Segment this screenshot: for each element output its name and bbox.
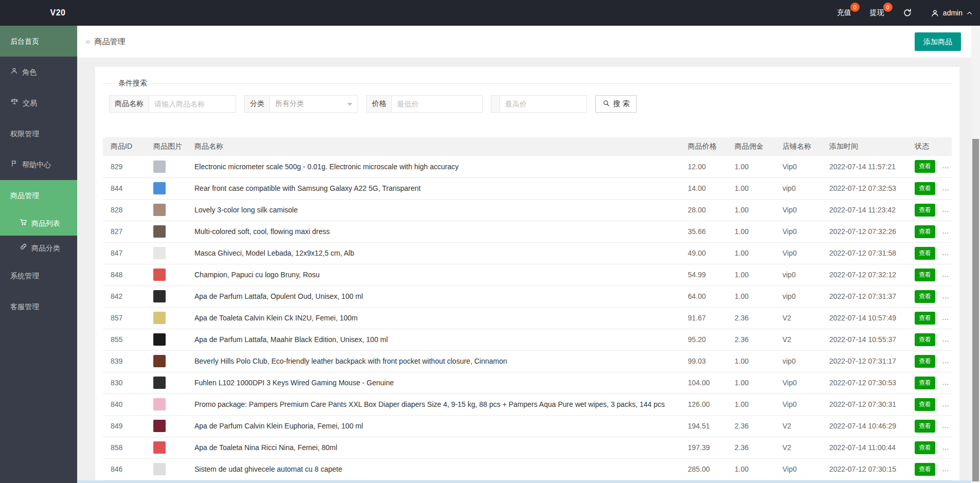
product-price-cell: 91.67 [680, 307, 727, 329]
price-label: 价格 [366, 95, 391, 113]
view-button[interactable]: 查看 [915, 441, 935, 454]
category-label: 分类 [244, 95, 270, 113]
withdraw-badge: 0 [883, 3, 893, 12]
vertical-scrollbar [971, 26, 980, 483]
store-name-cell: vip0 [775, 350, 822, 372]
status-cell: 查看 删除 [907, 156, 952, 177]
max-price-input[interactable] [500, 95, 587, 113]
delete-button[interactable]: 删除 [942, 312, 952, 325]
sidebar-item-roles[interactable]: 角色 [0, 57, 77, 87]
view-button[interactable]: 查看 [915, 247, 935, 260]
delete-button[interactable]: 删除 [942, 355, 952, 368]
refresh-button[interactable] [894, 0, 921, 26]
search-button[interactable]: 搜 索 [595, 95, 637, 113]
delete-button[interactable]: 删除 [942, 420, 952, 433]
product-image [153, 225, 166, 238]
product-name-cell: Beverly Hills Polo Club, Eco-friendly le… [187, 350, 680, 372]
column-header: 商品ID [103, 137, 146, 156]
delete-button[interactable]: 删除 [942, 398, 952, 411]
store-name-cell: Vip0 [775, 199, 822, 221]
sidebar-item-system[interactable]: 系统管理 [0, 260, 77, 291]
product-commission-cell: 1.00 [727, 372, 775, 393]
delete-button[interactable]: 删除 [942, 160, 952, 173]
user-icon [931, 9, 939, 17]
view-button[interactable]: 查看 [915, 290, 935, 303]
table-row: 857 Apa de Toaleta Calvin Klein Ck IN2U,… [103, 307, 952, 329]
recharge-button[interactable]: 充值 0 [828, 0, 861, 26]
sidebar-item-label: 商品管理 [10, 180, 39, 211]
sidebar-item-label: 权限管理 [10, 118, 39, 149]
view-button[interactable]: 查看 [915, 225, 935, 238]
status-cell: 查看 删除 [907, 350, 952, 372]
product-image [153, 355, 166, 367]
view-button[interactable]: 查看 [915, 160, 935, 173]
sidebar-item-support[interactable]: 客服管理 [0, 291, 77, 322]
store-name-cell: Vip0 [775, 221, 822, 242]
sidebar-item-help[interactable]: 帮助中心 [0, 149, 77, 180]
product-image-cell [146, 307, 187, 329]
product-price-cell: 126.00 [680, 393, 727, 415]
delete-button[interactable]: 删除 [942, 247, 952, 260]
view-button[interactable]: 查看 [915, 204, 935, 217]
table-row: 846 Sistem de udat ghivecele automat cu … [103, 458, 952, 480]
view-button[interactable]: 查看 [915, 355, 935, 368]
product-id-cell: 827 [103, 221, 146, 242]
sidebar-item-product-categories[interactable]: 商品分类 [0, 236, 77, 260]
search-icon [602, 99, 610, 109]
sidebar-item-trade[interactable]: 交易 [0, 87, 77, 118]
product-price-cell: 35.66 [680, 221, 727, 242]
view-button[interactable]: 查看 [915, 463, 935, 476]
created-time-cell: 2022-07-12 07:31:58 [822, 242, 907, 264]
withdraw-button[interactable]: 提现 0 [861, 0, 894, 26]
product-commission-cell: 1.00 [727, 264, 775, 285]
delete-button[interactable]: 删除 [942, 333, 952, 346]
horizontal-scrollbar[interactable] [77, 480, 971, 483]
admin-menu[interactable]: admin [921, 0, 980, 26]
product-commission-cell: 2.36 [727, 415, 775, 437]
product-id-cell: 844 [103, 177, 146, 199]
delete-button[interactable]: 删除 [942, 269, 952, 281]
delete-button[interactable]: 删除 [942, 290, 952, 303]
product-image [153, 463, 166, 475]
view-button[interactable]: 查看 [915, 377, 935, 389]
product-price-cell: 54.99 [680, 264, 727, 285]
sidebar-item-label: 角色 [22, 57, 37, 87]
delete-button[interactable]: 删除 [942, 204, 952, 217]
delete-button[interactable]: 删除 [942, 182, 952, 195]
delete-button[interactable]: 删除 [942, 225, 952, 238]
product-name-cell: Promo package: Pampers Premium Care Pant… [187, 393, 680, 415]
created-time-cell: 2022-07-12 07:32:53 [822, 177, 907, 199]
min-price-input[interactable] [391, 95, 483, 113]
sidebar-item-product-list[interactable]: 商品列表 [0, 211, 77, 236]
search-form: 商品名称 分类 所有分类 价格 [109, 95, 947, 113]
sidebar-item-permissions[interactable]: 权限管理 [0, 118, 77, 149]
view-button[interactable]: 查看 [915, 420, 935, 433]
view-button[interactable]: 查看 [915, 312, 935, 325]
table-row: 855 Apa de Parfum Lattafa, Maahir Black … [103, 329, 952, 350]
category-select[interactable]: 所有分类 [270, 95, 358, 113]
vertical-scrollbar-thumb[interactable] [972, 139, 979, 481]
view-button[interactable]: 查看 [915, 182, 935, 195]
product-table: 商品ID商品图片商品名称商品价格商品佣金店铺名称添加时间状态 829 Elect… [103, 137, 952, 483]
created-time-cell: 2022-07-14 10:55:37 [822, 329, 907, 350]
admin-page: V20 充值 0 提现 0 admin [0, 0, 980, 483]
product-image-cell [146, 242, 187, 264]
view-button[interactable]: 查看 [915, 333, 935, 346]
delete-button[interactable]: 删除 [942, 463, 952, 476]
product-image [153, 312, 166, 324]
sidebar-item-home[interactable]: 后台首页 [0, 26, 77, 57]
delete-button[interactable]: 删除 [942, 377, 952, 389]
product-name-input[interactable] [149, 95, 236, 113]
status-cell: 查看 删除 [907, 329, 952, 350]
product-id-cell: 857 [103, 307, 146, 329]
sidebar-item-products[interactable]: 商品管理 [0, 180, 77, 211]
delete-button[interactable]: 删除 [942, 441, 952, 454]
view-button[interactable]: 查看 [915, 269, 935, 281]
product-image [153, 204, 166, 216]
status-cell: 查看 删除 [907, 199, 952, 221]
add-product-button[interactable]: 添加商品 [915, 32, 961, 51]
product-image-cell [146, 458, 187, 480]
view-button[interactable]: 查看 [915, 398, 935, 411]
recharge-label: 充值 [837, 8, 851, 17]
store-name-cell: V2 [775, 329, 822, 350]
